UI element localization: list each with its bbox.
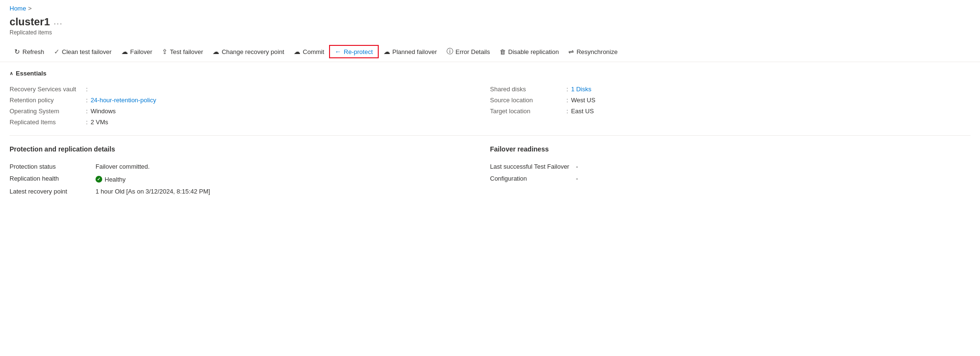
essentials-left: Recovery Services vault : Retention poli… — [10, 84, 490, 128]
essentials-row-target-location: Target location : East US — [490, 106, 970, 117]
clean-test-failover-button[interactable]: Clean test failover — [49, 45, 117, 58]
cloud-icon — [121, 48, 128, 55]
clean-test-failover-label: Clean test failover — [62, 48, 112, 55]
sync-icon — [568, 48, 574, 55]
retention-policy-link[interactable]: 24-hour-retention-policy — [91, 97, 156, 104]
home-link[interactable]: Home — [10, 5, 26, 12]
essentials-heading: Essentials — [16, 70, 46, 77]
cloud-change-icon — [213, 48, 219, 55]
details-section: Protection and replication details Prote… — [0, 136, 980, 205]
failover-label: Failover — [130, 48, 152, 55]
reprotect-icon: ← — [335, 48, 341, 55]
cloud-up-icon — [162, 48, 168, 55]
refresh-label: Refresh — [22, 48, 44, 55]
re-protect-label: Re-protect — [344, 48, 373, 55]
change-recovery-point-button[interactable]: Change recovery point — [208, 45, 289, 58]
healthy-indicator — [96, 176, 102, 183]
cloud-commit-icon — [294, 48, 300, 55]
resynchronize-button[interactable]: Resynchronize — [564, 45, 622, 58]
essentials-row-source-location: Source location : West US — [490, 95, 970, 106]
info-icon — [447, 47, 453, 56]
latest-recovery-point-row: Latest recovery point 1 hour Old [As on … — [10, 185, 490, 197]
essentials-row-replicated-items: Replicated Items : 2 VMs — [10, 117, 490, 128]
planned-icon — [383, 48, 390, 55]
disable-replication-label: Disable replication — [508, 48, 559, 55]
refresh-button[interactable]: Refresh — [10, 45, 49, 58]
essentials-right: Shared disks : 1 Disks Source location :… — [490, 84, 970, 128]
failover-readiness-title: Failover readiness — [490, 145, 970, 153]
error-details-label: Error Details — [456, 48, 490, 55]
essentials-row-shared-disks: Shared disks : 1 Disks — [490, 84, 970, 95]
essentials-row-retention: Retention policy : 24-hour-retention-pol… — [10, 95, 490, 106]
essentials-row-vault: Recovery Services vault : — [10, 84, 490, 95]
planned-failover-button[interactable]: Planned failover — [379, 45, 442, 58]
breadcrumb-sep: > — [28, 5, 32, 12]
chevron-icon: ∧ — [10, 71, 13, 76]
protection-details-title: Protection and replication details — [10, 145, 490, 153]
essentials-section: ∧ Essentials Recovery Services vault : R… — [0, 62, 980, 135]
ellipsis-button[interactable]: ... — [53, 18, 63, 26]
failover-button[interactable]: Failover — [117, 45, 157, 58]
commit-label: Commit — [303, 48, 324, 55]
error-details-button[interactable]: Error Details — [442, 44, 495, 59]
check-icon — [54, 48, 60, 55]
test-failover-button[interactable]: Test failover — [157, 45, 208, 58]
delete-icon — [500, 48, 506, 55]
page-subtitle: Replicated items — [10, 29, 970, 36]
healthy-text: Healthy — [105, 176, 126, 183]
page-header: cluster1 ... Replicated items — [0, 14, 980, 42]
shared-disks-link[interactable]: 1 Disks — [571, 86, 592, 93]
breadcrumb: Home > — [0, 0, 980, 14]
page-title: cluster1 — [10, 16, 50, 28]
failover-readiness-col: Failover readiness Last successful Test … — [490, 145, 970, 197]
re-protect-button[interactable]: ← Re-protect — [329, 45, 379, 58]
protection-details-col: Protection and replication details Prote… — [10, 145, 490, 197]
disable-replication-button[interactable]: Disable replication — [495, 45, 564, 58]
toolbar: Refresh Clean test failover Failover Tes… — [0, 42, 980, 62]
resynchronize-label: Resynchronize — [576, 48, 618, 55]
planned-failover-label: Planned failover — [393, 48, 437, 55]
replication-health-row: Replication health Healthy — [10, 173, 490, 185]
last-test-failover-row: Last successful Test Failover - — [490, 161, 970, 173]
configuration-row: Configuration - — [490, 173, 970, 184]
change-recovery-point-label: Change recovery point — [222, 48, 284, 55]
refresh-icon — [14, 48, 20, 55]
test-failover-label: Test failover — [170, 48, 203, 55]
essentials-row-os: Operating System : Windows — [10, 106, 490, 117]
commit-button[interactable]: Commit — [289, 45, 329, 58]
protection-status-row: Protection status Failover committed. — [10, 161, 490, 173]
